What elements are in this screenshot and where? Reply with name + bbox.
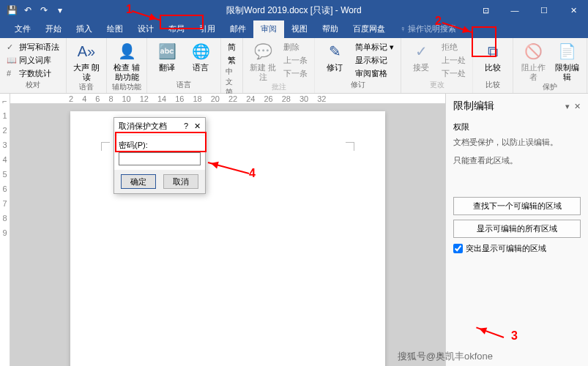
block-authors-button[interactable]: 🚫阻止作者: [518, 41, 548, 82]
ruler-horizontal: 2468101214161820222426283032: [10, 94, 445, 104]
close-icon[interactable]: ✕: [559, 0, 588, 20]
next-change-button[interactable]: 下一处: [439, 67, 468, 80]
tell-me[interactable]: ♀ 操作说明搜索: [392, 20, 464, 38]
group-compare: ⧉比较 比较: [473, 38, 513, 93]
tab-home[interactable]: 开始: [38, 20, 69, 38]
prev-comment-button[interactable]: 上一条: [281, 54, 310, 67]
comment-icon: 💬: [253, 41, 273, 61]
globe-icon: 🌐: [190, 41, 211, 61]
tab-references[interactable]: 引用: [192, 20, 223, 38]
dialog-title: 取消保护文档: [119, 121, 167, 132]
block-icon: 🚫: [523, 41, 543, 61]
group-cjk: 简 繁 中文简繁转换: [221, 38, 243, 93]
trad-button[interactable]: 繁: [226, 54, 238, 67]
tab-mailings[interactable]: 邮件: [223, 20, 253, 38]
panel-section-label: 权限: [453, 122, 581, 132]
ribbon-tabs: 文件 开始 插入 绘图 设计 布局 引用 邮件 审阅 视图 帮助 百度网盘 ♀ …: [0, 20, 588, 38]
highlight-checkbox-input[interactable]: [453, 244, 463, 253]
group-protect: 🚫阻止作者 📄限制编辑 保护: [513, 38, 587, 93]
workspace: ⌐123456789 2468101214161820222426283032 …: [0, 94, 588, 366]
tab-draw[interactable]: 绘图: [100, 20, 130, 38]
redo-icon[interactable]: ↷: [38, 4, 50, 16]
tab-layout[interactable]: 布局: [161, 20, 192, 38]
group-accessibility: 👤检查 辅助功能 辅助功能: [107, 38, 147, 93]
cancel-button[interactable]: 取消: [163, 174, 198, 189]
thesaurus-icon: 📖: [7, 56, 17, 66]
dialog-help-icon[interactable]: ?: [184, 122, 188, 130]
accessibility-button[interactable]: 👤检查 辅助功能: [111, 41, 142, 82]
panel-close-icon[interactable]: ✕: [574, 102, 581, 111]
document-area[interactable]: 2468101214161820222426283032: [10, 94, 445, 366]
tab-file[interactable]: 文件: [7, 20, 38, 38]
window-controls: ⊡ — ☐ ✕: [471, 0, 588, 20]
ruler-vertical: ⌐123456789: [0, 94, 10, 366]
password-input[interactable]: [119, 152, 201, 165]
group-comments: 💬新建 批注 删除 上一条 下一条 批注: [243, 38, 315, 93]
ok-button[interactable]: 确定: [121, 174, 156, 189]
delete-comment-button[interactable]: 删除: [281, 41, 310, 53]
group-speech: A»大声 朗读 语音: [67, 38, 107, 93]
show-all-regions-button[interactable]: 显示可编辑的所有区域: [453, 220, 581, 238]
title-bar: 💾 ↶ ↷ ▾ 限制Word 2019.docx [只读] - Word ⊡ —…: [0, 0, 588, 20]
tab-view[interactable]: 视图: [284, 20, 315, 38]
find-next-region-button[interactable]: 查找下一个可编辑的区域: [453, 197, 581, 215]
minimize-icon[interactable]: —: [500, 0, 529, 20]
group-tracking: ✎修订 简单标记 ▾ 显示标记 审阅窗格 修订: [315, 38, 401, 93]
highlight-regions-checkbox[interactable]: 突出显示可编辑的区域: [453, 243, 581, 254]
new-comment-button[interactable]: 💬新建 批注: [248, 41, 278, 82]
panel-dropdown-icon[interactable]: ▾: [565, 102, 570, 111]
password-label: 密码(P):: [119, 141, 148, 149]
maximize-icon[interactable]: ☐: [529, 0, 559, 20]
ribbon-options-icon[interactable]: ⊡: [471, 0, 500, 20]
restrict-editing-button[interactable]: 📄限制编辑: [551, 41, 582, 82]
ribbon: ✓拼写和语法 📖同义词库 #字数统计 校对 A»大声 朗读 语音 👤检查 辅助功…: [0, 38, 588, 94]
compare-button[interactable]: ⧉比较: [477, 41, 508, 72]
save-icon[interactable]: 💾: [6, 4, 18, 16]
undo-icon[interactable]: ↶: [22, 4, 34, 16]
accept-icon: ✓: [411, 41, 431, 61]
group-proofing: ✓拼写和语法 📖同义词库 #字数统计 校对: [0, 38, 67, 93]
panel-desc1: 文档受保护，以防止误编辑。: [453, 137, 581, 148]
tab-review[interactable]: 审阅: [253, 20, 284, 38]
translate-icon: 🔤: [157, 41, 177, 61]
compare-icon: ⧉: [483, 41, 503, 61]
quick-access-toolbar: 💾 ↶ ↷ ▾: [0, 4, 72, 16]
restrict-icon: 📄: [557, 41, 577, 61]
wordcount-icon: #: [7, 69, 17, 79]
spelling-button[interactable]: ✓拼写和语法: [4, 41, 62, 53]
track-icon: ✎: [324, 41, 345, 61]
tab-baidu[interactable]: 百度网盘: [346, 20, 392, 38]
show-markup-button[interactable]: 显示标记: [353, 54, 396, 67]
tab-design[interactable]: 设计: [130, 20, 161, 38]
panel-title: 限制编辑: [453, 100, 494, 113]
thesaurus-button[interactable]: 📖同义词库: [4, 54, 62, 67]
reject-button[interactable]: 拒绝: [439, 41, 468, 53]
markup-dropdown[interactable]: 简单标记 ▾: [353, 41, 396, 53]
qat-more-icon[interactable]: ▾: [54, 4, 66, 16]
simp-button[interactable]: 简: [226, 41, 238, 53]
margin-corner-tr: [346, 142, 354, 151]
speaker-icon: A»: [76, 41, 97, 61]
read-aloud-button[interactable]: A»大声 朗读: [71, 41, 102, 82]
review-pane-button[interactable]: 审阅窗格: [353, 67, 396, 80]
restrict-editing-panel: 限制编辑 ▾✕ 权限 文档受保护，以防止误编辑。 只能查看此区域。 查找下一个可…: [445, 94, 588, 366]
panel-desc2: 只能查看此区域。: [453, 155, 581, 166]
watermark-text: 搜狐号@奥凯丰okfone: [398, 350, 493, 363]
wordcount-button[interactable]: #字数统计: [4, 67, 62, 80]
accept-button[interactable]: ✓接受: [406, 41, 436, 72]
tab-help[interactable]: 帮助: [315, 20, 346, 38]
window-title: 限制Word 2019.docx [只读] - Word: [226, 4, 361, 17]
unprotect-dialog: 取消保护文档 ?✕ 密码(P): 确定 取消: [113, 117, 206, 194]
prev-change-button[interactable]: 上一处: [439, 54, 468, 67]
dialog-close-icon[interactable]: ✕: [194, 122, 201, 130]
margin-corner-tl: [101, 142, 110, 151]
next-comment-button[interactable]: 下一条: [281, 67, 310, 80]
language-button[interactable]: 🌐语言: [185, 41, 216, 72]
track-changes-button[interactable]: ✎修订: [319, 41, 350, 72]
group-changes: ✓接受 拒绝 上一处 下一处 更改: [401, 38, 473, 93]
accessibility-icon: 👤: [116, 41, 137, 61]
group-label: 校对: [26, 80, 40, 92]
translate-button[interactable]: 🔤翻译: [152, 41, 182, 72]
group-language: 🔤翻译 🌐语言 语言: [147, 38, 221, 93]
tab-insert[interactable]: 插入: [69, 20, 100, 38]
